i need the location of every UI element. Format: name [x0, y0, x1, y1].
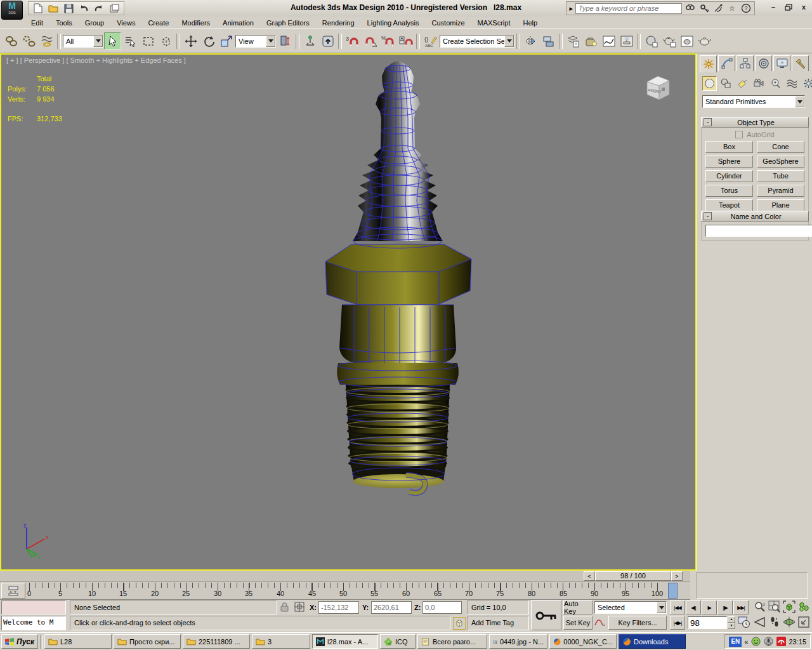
- rendered-frame-window-icon[interactable]: [678, 32, 695, 50]
- box-button[interactable]: Box: [705, 141, 753, 153]
- open-file-icon[interactable]: [48, 3, 59, 14]
- select-and-scale-icon[interactable]: [218, 32, 235, 50]
- avira-antivirus-tray-icon[interactable]: [776, 637, 786, 647]
- maximize-viewport-toggle-icon[interactable]: [797, 616, 811, 630]
- rectangular-selection-region-icon[interactable]: [140, 32, 157, 50]
- tab-hierarchy[interactable]: [737, 55, 754, 71]
- select-by-name-icon[interactable]: [122, 32, 139, 50]
- spark-plug-model[interactable]: [1, 55, 695, 569]
- previous-frame-button[interactable]: ◀||: [686, 600, 701, 614]
- spinner-up-icon[interactable]: ▲: [728, 616, 735, 623]
- percent-snap-toggle-icon[interactable]: %: [379, 32, 396, 50]
- menu-customize[interactable]: Customize: [426, 18, 471, 28]
- next-frame-arrow[interactable]: >: [671, 571, 683, 581]
- task-0000-ngk[interactable]: 0000_NGK_C...: [549, 634, 617, 649]
- category-cameras-icon[interactable]: [752, 76, 766, 91]
- search-icon[interactable]: [684, 3, 696, 14]
- restore-button[interactable]: [783, 2, 794, 12]
- category-helpers-icon[interactable]: [768, 76, 783, 91]
- y-coordinate-field[interactable]: 2620,61: [371, 601, 412, 614]
- go-to-start-button[interactable]: |◀◀: [670, 600, 685, 614]
- previous-frame-arrow[interactable]: <: [584, 571, 595, 581]
- menu-maxscript[interactable]: MAXScript: [472, 18, 516, 28]
- bind-to-space-warp-icon[interactable]: [38, 32, 55, 50]
- next-frame-button[interactable]: ||▶: [717, 600, 733, 614]
- x-coordinate-field[interactable]: -152,132: [318, 601, 359, 614]
- menu-help[interactable]: Help: [518, 18, 544, 28]
- track-bar[interactable]: 0 5 10 15 20 25 30 35 40 45 50 55 60 65 …: [0, 582, 690, 600]
- task-folder-prosto-skri[interactable]: Просто скри...: [114, 634, 181, 649]
- task-l28-max[interactable]: l28.max - A...: [312, 634, 378, 649]
- primitives-category-dropdown[interactable]: Standard Primitives: [702, 95, 805, 108]
- z-coordinate-field[interactable]: 0,0: [422, 601, 462, 614]
- time-configuration-icon[interactable]: [738, 616, 752, 630]
- selection-lock-icon[interactable]: [280, 602, 289, 614]
- close-button[interactable]: x: [798, 2, 809, 12]
- chevron-down-icon[interactable]: [93, 36, 103, 47]
- infocenter-search-input[interactable]: [575, 3, 682, 14]
- orbit-icon[interactable]: [783, 616, 797, 630]
- autogrid-checkbox[interactable]: [735, 131, 743, 138]
- select-object-icon[interactable]: [104, 32, 121, 50]
- play-button[interactable]: ▶: [702, 600, 717, 614]
- start-button[interactable]: Пуск: [1, 634, 38, 649]
- subscription-key-icon[interactable]: [698, 3, 710, 14]
- spinner-snap-toggle-icon[interactable]: [397, 32, 414, 50]
- favorites-star-icon[interactable]: ☆: [726, 3, 738, 14]
- edit-named-selection-sets-icon[interactable]: {}ABC: [422, 32, 439, 50]
- add-time-tag[interactable]: Add Time Tag: [467, 616, 529, 630]
- geosphere-button[interactable]: GeoSphere: [757, 156, 804, 168]
- zoom-extents-icon[interactable]: [783, 600, 797, 614]
- time-slider-button[interactable]: 98 / 100: [595, 571, 671, 581]
- sphere-button[interactable]: Sphere: [705, 156, 753, 168]
- clock[interactable]: 23:15: [789, 638, 806, 646]
- walk-through-icon[interactable]: [768, 616, 782, 630]
- field-of-view-icon[interactable]: [754, 616, 768, 630]
- redo-icon[interactable]: [93, 3, 105, 14]
- angle-snap-toggle-icon[interactable]: [362, 32, 379, 50]
- default-in-out-tangents-icon[interactable]: [594, 617, 606, 628]
- viewcube[interactable]: FRONT: [643, 74, 672, 104]
- undo-icon[interactable]: [78, 3, 89, 14]
- schematic-view-icon[interactable]: [618, 32, 635, 50]
- collapse-icon[interactable]: -: [704, 118, 712, 126]
- named-selection-sets-dropdown[interactable]: Create Selection Se: [440, 35, 514, 48]
- time-slider[interactable]: < 98 / 100 >: [584, 571, 683, 581]
- frame-spinner[interactable]: ▲ ▼: [728, 616, 735, 629]
- application-menu-button[interactable]: M 3DS: [1, 1, 23, 20]
- category-shapes-icon[interactable]: [719, 76, 733, 91]
- material-editor-icon[interactable]: [643, 32, 660, 50]
- adaptive-degradation-icon[interactable]: [453, 617, 466, 630]
- key-mode-toggle[interactable]: |◀▶|: [670, 616, 685, 630]
- chevron-down-icon[interactable]: [266, 36, 275, 47]
- set-key-button[interactable]: Set Key: [563, 616, 593, 630]
- maxscript-mini-listener[interactable]: Welcome to M: [1, 616, 66, 630]
- render-setup-icon[interactable]: [660, 32, 678, 50]
- chevron-down-icon[interactable]: [795, 96, 804, 107]
- communication-center-icon[interactable]: [712, 3, 724, 14]
- tube-button[interactable]: Tube: [757, 170, 804, 182]
- cylinder-button[interactable]: Cylinder: [705, 170, 753, 182]
- absolute-offset-mode-icon[interactable]: [294, 601, 305, 614]
- perspective-viewport[interactable]: [ + ] [ Perspective ] [ Smooth + Highlig…: [0, 53, 697, 571]
- plane-button[interactable]: Plane: [757, 199, 804, 211]
- zoom-all-icon[interactable]: [768, 600, 782, 614]
- tab-utilities[interactable]: [792, 55, 809, 71]
- snap-toggle-3d-icon[interactable]: 3: [344, 32, 361, 50]
- window-crossing-toggle-icon[interactable]: [157, 32, 174, 50]
- current-frame-input[interactable]: [688, 616, 727, 629]
- task-folder-3[interactable]: 3: [252, 634, 310, 649]
- collapse-icon[interactable]: -: [704, 212, 712, 220]
- task-icq[interactable]: ICQ: [380, 634, 416, 649]
- use-pivot-point-center-icon[interactable]: [277, 32, 294, 50]
- category-systems-icon[interactable]: [801, 76, 812, 91]
- menu-graph-editors[interactable]: Graph Editors: [261, 18, 315, 28]
- new-scene-icon[interactable]: [32, 3, 44, 14]
- menu-tools[interactable]: Tools: [50, 18, 78, 28]
- task-vsego-razgo[interactable]: Всего разго...: [417, 634, 487, 649]
- menu-rendering[interactable]: Rendering: [317, 18, 360, 28]
- zoom-icon[interactable]: ±: [754, 600, 768, 614]
- manage-scene-states-icon[interactable]: [582, 32, 599, 50]
- menu-animation[interactable]: Animation: [217, 18, 259, 28]
- torus-button[interactable]: Torus: [705, 185, 753, 197]
